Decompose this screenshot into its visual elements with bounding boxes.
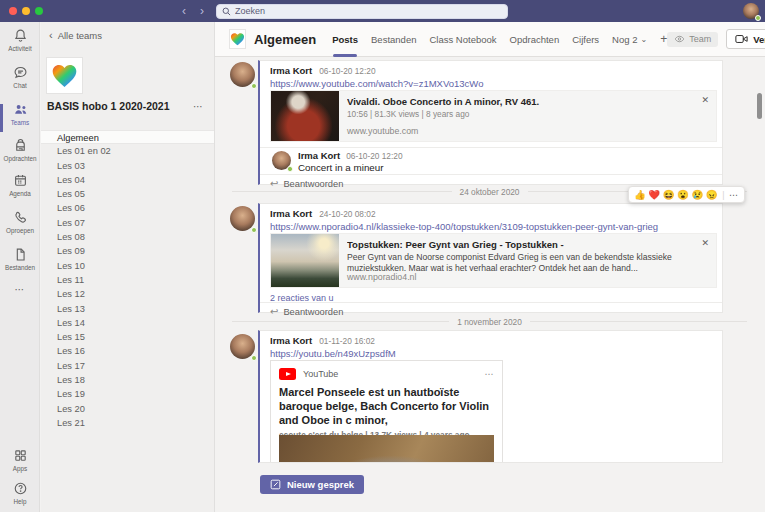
reply-author[interactable]: Irma Kort: [298, 150, 340, 161]
reaction-emoji[interactable]: 😠: [706, 190, 718, 200]
user-avatar[interactable]: [743, 3, 759, 19]
message-link[interactable]: https://www.youtube.com/watch?v=z1MXVo13…: [260, 76, 722, 89]
reaction-emoji[interactable]: 😢: [691, 190, 703, 200]
channel-item[interactable]: Les 20: [41, 402, 214, 416]
channel-title: Algemeen: [254, 32, 316, 47]
card-more-options-icon[interactable]: ⋯: [485, 369, 495, 379]
teams-app-window: ‹ › Activiteit Chat Teams Opdrachten Age…: [0, 0, 765, 512]
channel-header: Algemeen Posts Bestanden Class Notebook …: [215, 22, 765, 57]
avatar[interactable]: [230, 334, 255, 359]
backpack-icon: [13, 138, 28, 153]
message-author[interactable]: Irma Kort: [270, 335, 312, 346]
message-link[interactable]: https://youtu.be/n49xUzpsdfM: [260, 346, 722, 359]
tab-posts[interactable]: Posts: [332, 22, 358, 57]
close-icon[interactable]: ✕: [701, 238, 709, 248]
add-tab-button[interactable]: +: [660, 22, 667, 57]
channel-item[interactable]: Les 17: [41, 359, 214, 373]
channel-item[interactable]: Les 21: [41, 416, 214, 430]
back-to-all-teams[interactable]: ‹ Alle teams: [49, 29, 102, 41]
channel-item[interactable]: Les 03: [41, 159, 214, 173]
channel-item[interactable]: Les 19: [41, 387, 214, 401]
window-zoom-button[interactable]: [35, 7, 43, 15]
close-icon[interactable]: ✕: [701, 95, 709, 105]
message-author[interactable]: Irma Kort: [270, 208, 312, 219]
reaction-emoji[interactable]: ❤️: [648, 190, 660, 200]
channel-item[interactable]: Les 13: [41, 302, 214, 316]
channel-item[interactable]: Les 07: [41, 216, 214, 230]
divider: [260, 147, 722, 148]
rail-item-apps[interactable]: Apps: [0, 448, 40, 480]
channel-item[interactable]: Les 09: [41, 244, 214, 258]
channel-item[interactable]: Les 18: [41, 373, 214, 387]
reaction-emoji[interactable]: 😮: [677, 190, 689, 200]
avatar[interactable]: [230, 62, 255, 87]
channel-item[interactable]: Les 16: [41, 344, 214, 358]
meet-button-label: Vergaderen: [753, 34, 765, 45]
video-title[interactable]: Marcel Ponseele est un hautboïste baroqu…: [271, 380, 502, 427]
preview-thumbnail: [271, 234, 339, 287]
presence-indicator: [755, 15, 761, 21]
channel-item[interactable]: Les 08: [41, 230, 214, 244]
file-icon: [13, 247, 28, 262]
heart-collage-icon: [51, 63, 78, 88]
message-timestamp: 06-10-20 12:20: [319, 66, 375, 76]
channel-item[interactable]: Les 04: [41, 173, 214, 187]
search-input[interactable]: [235, 6, 502, 16]
rail-item-teams[interactable]: Teams: [0, 102, 40, 134]
channel-item[interactable]: Algemeen: [41, 130, 214, 144]
avatar[interactable]: [272, 151, 291, 170]
channel-item[interactable]: Les 12: [41, 287, 214, 301]
tab-files[interactable]: Bestanden: [371, 22, 416, 57]
avatar[interactable]: [230, 206, 255, 231]
team-more-options-icon[interactable]: ⋯: [193, 101, 208, 112]
divider: |: [722, 190, 724, 200]
rail-item-activity[interactable]: Activiteit: [0, 28, 40, 60]
chevron-down-icon: ⌄: [640, 35, 647, 44]
tab-more[interactable]: Nog 2⌄: [612, 22, 647, 57]
chevron-left-icon: ‹: [49, 29, 53, 41]
presence-indicator: [251, 83, 257, 89]
channel-item[interactable]: Les 14: [41, 316, 214, 330]
channel-item[interactable]: Les 15: [41, 330, 214, 344]
reaction-more-icon[interactable]: ⋯: [729, 190, 739, 200]
window-minimize-button[interactable]: [22, 7, 30, 15]
video-thumbnail[interactable]: [279, 435, 494, 463]
channel-item[interactable]: Les 11: [41, 273, 214, 287]
preview-title[interactable]: Vivaldi. Oboe Concerto in A minor, RV 46…: [347, 96, 690, 107]
rail-item-calls[interactable]: Oproepen: [0, 210, 40, 242]
history-back-button[interactable]: ‹: [178, 3, 190, 19]
channel-item[interactable]: Les 06: [41, 201, 214, 215]
calendar-icon: [13, 173, 28, 188]
rail-item-assignments[interactable]: Opdrachten: [0, 138, 40, 170]
link-preview-card[interactable]: Topstukken: Peer Gynt van Grieg - Topstu…: [270, 233, 717, 288]
link-preview-card[interactable]: Vivaldi. Oboe Concerto in A minor, RV 46…: [270, 90, 717, 142]
teams-icon: [13, 102, 28, 117]
rail-item-help[interactable]: Help: [0, 481, 40, 512]
window-close-button[interactable]: [9, 7, 17, 15]
team-logo[interactable]: [46, 57, 83, 94]
message-link[interactable]: https://www.nporadio4.nl/klassieke-top-4…: [260, 219, 722, 232]
meet-now-button[interactable]: Vergaderen: [727, 30, 765, 48]
rail-more-apps-icon[interactable]: ⋯: [0, 284, 40, 295]
new-conversation-button[interactable]: Nieuw gesprek: [260, 475, 364, 494]
rail-item-files[interactable]: Bestanden: [0, 247, 40, 279]
rail-item-chat[interactable]: Chat: [0, 65, 40, 97]
history-forward-button[interactable]: ›: [196, 3, 208, 19]
message-author[interactable]: Irma Kort: [270, 65, 312, 76]
channel-item[interactable]: Les 01 en 02: [41, 144, 214, 158]
all-teams-label: Alle teams: [58, 30, 102, 41]
message-thread: Irma Kort 06-10-20 12:20 https://www.you…: [258, 60, 723, 185]
reaction-emoji[interactable]: 👍: [634, 190, 646, 200]
reaction-emoji[interactable]: 😆: [663, 190, 675, 200]
channel-item[interactable]: Les 10: [41, 259, 214, 273]
tab-class-notebook[interactable]: Class Notebook: [429, 22, 496, 57]
youtube-player-card[interactable]: YouTube ⋯ Marcel Ponseele est un hautboï…: [270, 360, 503, 463]
scrollbar-thumb[interactable]: [757, 93, 762, 119]
rail-item-calendar[interactable]: Agenda: [0, 173, 40, 205]
search-box[interactable]: [216, 4, 508, 19]
channel-item[interactable]: Les 05: [41, 187, 214, 201]
tab-grades[interactable]: Cijfers: [572, 22, 599, 57]
preview-title[interactable]: Topstukken: Peer Gynt van Grieg - Topstu…: [347, 239, 690, 250]
message-feed[interactable]: Irma Kort 06-10-20 12:20 https://www.you…: [215, 57, 765, 463]
tab-assignments[interactable]: Opdrachten: [510, 22, 560, 57]
